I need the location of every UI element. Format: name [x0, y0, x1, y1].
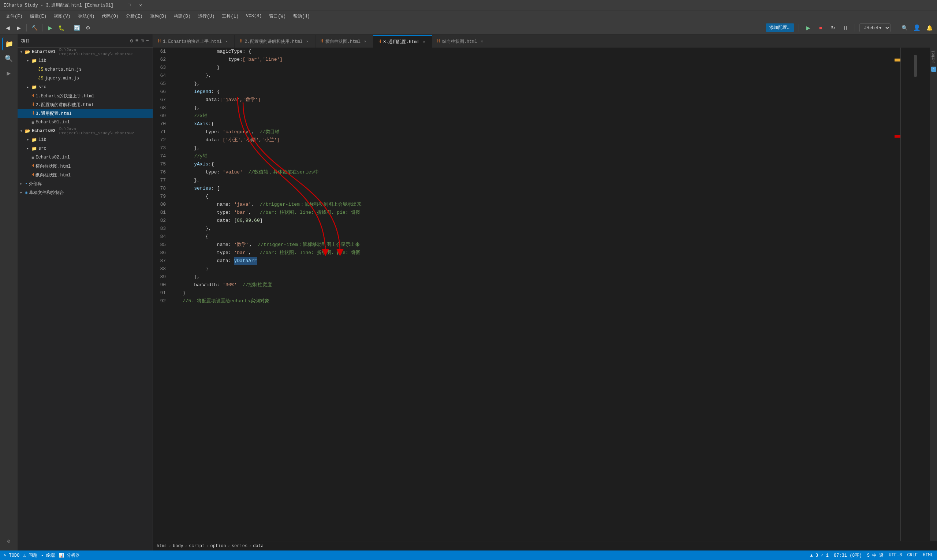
add-config-btn[interactable]: 添加配置...	[766, 23, 794, 32]
status-warnings[interactable]: ▲ 3 ✓ 1	[810, 553, 829, 558]
code-line[interactable]: name: 'java', //trigger-item：鼠标移动到图上会显示出…	[183, 201, 894, 209]
code-line[interactable]: {	[183, 192, 894, 201]
menu-code[interactable]: 代码(O)	[99, 12, 122, 20]
code-line[interactable]: //5. 将配置项设置给echarts实例对象	[183, 297, 894, 305]
status-problems[interactable]: ⚠ 问题	[23, 552, 37, 558]
code-line[interactable]: magicType: {	[183, 48, 894, 55]
status-todo[interactable]: ✎ TODO	[4, 553, 19, 558]
build-btn[interactable]: 🔨	[30, 23, 39, 32]
breadcrumb-series[interactable]: series	[232, 543, 248, 549]
activity-search[interactable]: 🔍	[2, 52, 15, 65]
tree-item-vchart[interactable]: H 纵向柱状图.html	[18, 171, 152, 179]
forward-btn[interactable]: ▶	[14, 23, 23, 32]
back-btn[interactable]: ◀	[3, 23, 12, 32]
jrebel-label[interactable]: JRebel	[931, 51, 935, 64]
code-line[interactable]: type:['bar','line']	[183, 55, 894, 64]
minimap-scrollbar[interactable]	[914, 55, 917, 77]
code-line[interactable]: name: '数学', //trigger-item：鼠标移动到图上会显示出来	[183, 241, 894, 249]
code-line[interactable]: series: [	[183, 185, 894, 192]
tree-item-iml1[interactable]: ◼ Echarts01.iml	[18, 118, 152, 127]
tab-close-1[interactable]: ✕	[224, 39, 229, 44]
menu-edit[interactable]: 编辑(E)	[27, 12, 50, 20]
code-line[interactable]: barWidth: '30%' //控制柱宽度	[183, 281, 894, 289]
code-line[interactable]: data:['java','数学']	[183, 96, 894, 104]
breadcrumb-option[interactable]: option	[210, 543, 226, 549]
menu-nav[interactable]: 导航(N)	[75, 12, 98, 20]
breadcrumb-script[interactable]: script	[189, 543, 205, 549]
code-line[interactable]: type: 'category', //类目轴	[183, 128, 894, 136]
tab-3[interactable]: H 横向柱状图.html ✕	[315, 35, 373, 48]
status-line-col[interactable]: 87:31 (8字)	[834, 552, 862, 558]
code-line[interactable]: xAxis:{	[183, 120, 894, 128]
tree-item-iml2[interactable]: ◼ Echarts02.iml	[18, 153, 152, 162]
code-line[interactable]: }	[183, 289, 894, 297]
code-line[interactable]: }	[183, 64, 894, 72]
sync-btn[interactable]: 🔄	[72, 23, 82, 32]
activity-explorer[interactable]: 📁	[2, 37, 15, 51]
tab-close-5[interactable]: ✕	[480, 39, 485, 44]
tab-5[interactable]: H 纵向柱状图.html ✕	[432, 35, 490, 48]
code-line[interactable]: legend: {	[183, 88, 894, 96]
tree-item-echarts-js[interactable]: JS echarts.min.js	[18, 65, 152, 74]
breadcrumb-body[interactable]: body	[173, 543, 183, 549]
jrebel-icon[interactable]: J	[931, 67, 936, 72]
debug-btn[interactable]: 🐛	[56, 23, 66, 32]
menu-vcs[interactable]: VCS(S)	[243, 13, 265, 19]
menu-window[interactable]: 窗口(W)	[266, 12, 289, 20]
tab-close-4[interactable]: ✕	[422, 39, 427, 44]
sidebar-close-icon[interactable]: −	[146, 38, 149, 44]
sidebar-equalizer-icon[interactable]: ≡	[135, 38, 138, 44]
tree-item-hchart[interactable]: H 横向柱状图.html	[18, 162, 152, 171]
titlebar-controls[interactable]: ─ □ ✕	[114, 3, 145, 8]
menu-run[interactable]: 运行(U)	[195, 12, 218, 20]
menu-help[interactable]: 帮助(H)	[290, 12, 313, 20]
code-line[interactable]: type: 'value' //数值轴，具体数值在series中	[183, 168, 894, 177]
run-app-btn[interactable]: ▶	[803, 23, 813, 32]
tree-item-external[interactable]: ▸ ▪ 外部库	[18, 179, 152, 188]
code-line[interactable]: },	[183, 80, 894, 88]
tree-item-file3[interactable]: H 3.通用配置.html	[18, 109, 152, 118]
menu-tools[interactable]: 工具(L)	[219, 12, 242, 20]
code-line[interactable]: yAxis:{	[183, 160, 894, 168]
sidebar-settings-icon[interactable]: ⚙	[130, 38, 133, 44]
tree-item-src2[interactable]: ▸ 📁 src	[18, 144, 152, 153]
code-lines[interactable]: magicType: { type:['bar','line'] } }, },…	[179, 48, 894, 541]
status-terminal[interactable]: ▪ 终端	[41, 552, 55, 558]
breadcrumb-html[interactable]: html	[157, 543, 167, 549]
code-line[interactable]: },	[183, 144, 894, 152]
run-btn[interactable]: ▶	[45, 23, 55, 32]
reload-btn[interactable]: ↻	[828, 23, 838, 32]
menu-file[interactable]: 文件(F)	[3, 12, 26, 20]
tab-close-3[interactable]: ✕	[363, 39, 368, 44]
status-eol[interactable]: CRLF	[907, 553, 918, 558]
status-encoding[interactable]: S 中 避	[867, 552, 884, 558]
code-line[interactable]: type: 'bar', //bar: 柱状图. line: 折线图. pie:…	[183, 209, 894, 217]
tree-item-lib[interactable]: ▾ 📁 lib	[18, 56, 152, 65]
code-line[interactable]: },	[183, 72, 894, 80]
code-line[interactable]: data: yDataArr	[183, 257, 894, 265]
code-line[interactable]: }	[183, 265, 894, 273]
menu-build[interactable]: 构建(B)	[171, 12, 194, 20]
status-lang[interactable]: HTML	[923, 553, 933, 558]
breadcrumb-data[interactable]: data	[253, 543, 263, 549]
code-line[interactable]: },	[183, 104, 894, 112]
tree-item-scratches[interactable]: ▸ ◉ 草稿文件和控制台	[18, 188, 152, 197]
code-line[interactable]: //y轴	[183, 152, 894, 160]
tab-1[interactable]: H 1.Echarts的快速上手.html ✕	[153, 35, 235, 48]
sidebar-expand-icon[interactable]: ⊞	[140, 38, 143, 44]
tree-item-src[interactable]: ▸ 📁 src	[18, 83, 152, 91]
close-btn[interactable]: ✕	[136, 3, 145, 8]
menu-refactor[interactable]: 重构(B)	[147, 12, 170, 20]
tree-item-echarts02[interactable]: ▾ 📂 Echarts02 D:\Java Project\ECharts_St…	[18, 127, 152, 135]
code-line[interactable]: },	[183, 177, 894, 185]
menu-view[interactable]: 视图(V)	[51, 12, 74, 20]
tree-item-file1[interactable]: H 1.Echarts的快速上手.html	[18, 91, 152, 100]
code-line[interactable]: data: [80,99,60]	[183, 217, 894, 225]
pause-btn[interactable]: ⏸	[841, 23, 850, 32]
tree-item-file2[interactable]: H 2.配置项的讲解和使用.html	[18, 100, 152, 109]
activity-settings[interactable]: ⚙	[2, 534, 15, 548]
code-line[interactable]: {	[183, 233, 894, 241]
profile-btn[interactable]: 👤	[912, 23, 922, 32]
code-line[interactable]: type: 'bar', //bar: 柱状图. line: 折线图. pie:…	[183, 249, 894, 257]
stop-btn[interactable]: ■	[816, 23, 825, 32]
